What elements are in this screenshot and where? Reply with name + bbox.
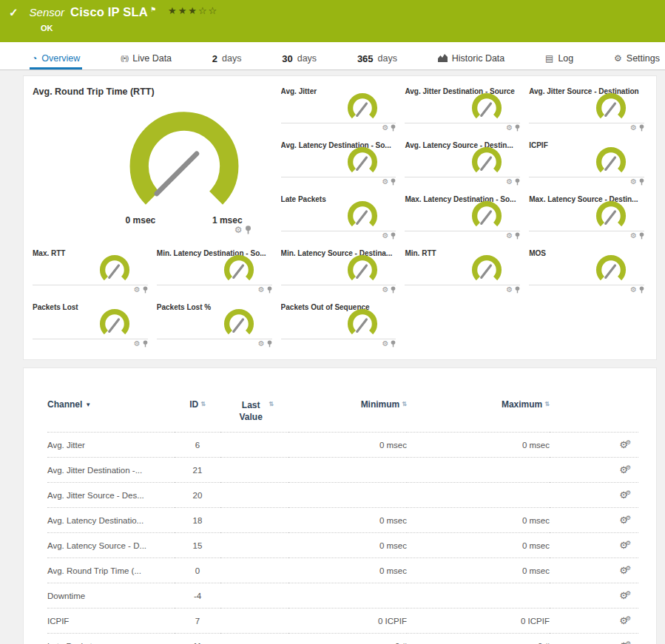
channel-name[interactable]: Avg. Round Trip Time (... xyxy=(47,558,175,583)
mini-gauge-cell[interactable]: Max. RTT ⚙ xyxy=(33,248,149,302)
gauge-pin-icon[interactable] xyxy=(639,178,644,186)
channel-name[interactable]: Late Packets xyxy=(47,634,175,644)
gauge-pin-icon[interactable] xyxy=(515,286,520,294)
mini-gauge-cell[interactable]: Min. Latency Source - Destina... ⚙ xyxy=(281,248,398,302)
mini-gauge-cell[interactable]: Packets Out of Sequence ⚙ xyxy=(281,302,398,356)
gauge-pin-icon[interactable] xyxy=(267,340,272,348)
gauge-settings-icon[interactable]: ⚙ xyxy=(630,178,637,186)
col-header-id[interactable]: ID⇅ xyxy=(175,399,220,433)
channel-settings-icon[interactable]: ⚙⚙ xyxy=(619,640,631,644)
channel-settings-icon[interactable]: ⚙⚙ xyxy=(619,439,631,450)
channel-name[interactable]: Avg. Latency Source - D... xyxy=(47,533,175,558)
col-header-channel[interactable]: Channel▼ xyxy=(47,399,175,433)
gauge-settings-icon[interactable]: ⚙ xyxy=(382,124,388,132)
mini-gauge-cell[interactable]: Avg. Jitter ⚙ xyxy=(281,87,398,140)
gauge-settings-icon[interactable]: ⚙ xyxy=(258,340,265,348)
channel-settings-icon[interactable]: ⚙⚙ xyxy=(619,565,631,576)
live-data-icon: ((•)) xyxy=(121,55,128,62)
sort-icon: ⇅ xyxy=(200,401,206,407)
gauge-pin-icon[interactable] xyxy=(267,286,272,294)
mini-gauge-cell[interactable]: Avg. Latency Source - Destin... ⚙ xyxy=(405,140,521,194)
mini-gauge-cell[interactable]: Max. Latency Destination - So... ⚙ xyxy=(405,194,521,248)
gauge-pin-icon[interactable] xyxy=(639,124,644,132)
gauge-pin-icon[interactable] xyxy=(391,286,396,294)
channel-row[interactable]: Avg. Latency Source - D... 15 0 msec 0 m… xyxy=(47,533,638,558)
gauge-settings-icon[interactable]: ⚙ xyxy=(630,286,637,294)
gauge-pin-icon[interactable] xyxy=(639,286,644,294)
channel-name[interactable]: ICPIF xyxy=(47,609,175,634)
tab-live-data[interactable]: ((•)) Live Data xyxy=(118,50,174,70)
gauge-settings-icon[interactable]: ⚙ xyxy=(134,340,141,348)
tab-historic-data[interactable]: Historic Data xyxy=(436,50,507,70)
sort-icon: ⇅ xyxy=(269,401,274,407)
mini-gauge-cell[interactable]: Min. RTT ⚙ xyxy=(405,248,521,302)
channel-row[interactable]: Avg. Jitter Destination -... 21 ⚙⚙ xyxy=(47,458,638,483)
gauge-settings-icon[interactable]: ⚙ xyxy=(506,232,513,240)
mini-gauge-cell[interactable]: Min. Latency Destination - So... ⚙ xyxy=(157,248,274,302)
mini-gauge-title: Max. Latency Destination - So... xyxy=(405,194,521,204)
channel-settings-icon[interactable]: ⚙⚙ xyxy=(619,590,631,601)
gauge-settings-icon[interactable]: ⚙ xyxy=(258,286,265,294)
gauge-settings-icon[interactable]: ⚙ xyxy=(382,232,388,240)
gauge-pin-icon[interactable] xyxy=(515,232,520,240)
gauge-pin-icon[interactable] xyxy=(515,178,520,186)
gauge-settings-icon[interactable]: ⚙ xyxy=(630,124,637,132)
channel-row[interactable]: Late Packets 11 0 # 0 # ⚙⚙ xyxy=(47,634,638,644)
gauge-avg-round-trip-time[interactable]: Avg. Round Trip Time (RTT) 0 msec 1 msec… xyxy=(33,87,274,248)
mini-gauge-cell[interactable]: Avg. Latency Destination - So... ⚙ xyxy=(281,140,398,194)
tab-365-days[interactable]: 365 days xyxy=(355,50,399,70)
tab-log[interactable]: ▤ Log xyxy=(543,50,575,70)
channel-name[interactable]: Avg. Jitter Destination -... xyxy=(47,458,175,483)
tab-30-days[interactable]: 30 days xyxy=(280,50,319,70)
channel-row[interactable]: Downtime -4 ⚙⚙ xyxy=(47,583,638,609)
tab-settings[interactable]: ⚙ Settings xyxy=(612,50,662,70)
channel-name[interactable]: Downtime xyxy=(47,583,175,609)
col-header-last-value[interactable]: Last Value⇅ xyxy=(220,399,288,433)
mini-gauge-cell[interactable]: Avg. Jitter Source - Destination ⚙ xyxy=(529,87,646,140)
channel-settings-icon[interactable]: ⚙⚙ xyxy=(619,540,631,551)
tab-2-days[interactable]: 2 days xyxy=(210,50,244,70)
gauge-pin-icon[interactable] xyxy=(391,340,396,348)
gauge-settings-icon[interactable]: ⚙ xyxy=(382,178,388,186)
channel-settings-icon[interactable]: ⚙⚙ xyxy=(619,615,631,626)
channel-row[interactable]: Avg. Jitter Source - Des... 20 ⚙⚙ xyxy=(47,483,638,508)
gauge-settings-icon[interactable]: ⚙ xyxy=(134,286,141,294)
channel-row[interactable]: Avg. Latency Destinatio... 18 0 msec 0 m… xyxy=(47,508,638,533)
mini-gauge-cell[interactable]: Avg. Jitter Destination - Source ⚙ xyxy=(405,87,521,140)
mini-gauge-cell[interactable]: Packets Lost % ⚙ xyxy=(157,302,274,356)
mini-gauge-cell[interactable]: Max. Latency Source - Destin... ⚙ xyxy=(529,194,646,248)
priority-stars[interactable]: ★★★☆☆ xyxy=(168,5,218,16)
channel-settings-icon[interactable]: ⚙⚙ xyxy=(619,515,631,526)
channel-settings-icon[interactable]: ⚙⚙ xyxy=(619,464,631,475)
gauge-settings-icon[interactable]: ⚙ xyxy=(382,340,388,348)
gauge-pin-icon[interactable] xyxy=(245,226,252,234)
gauge-settings-icon[interactable]: ⚙ xyxy=(382,286,388,294)
gauge-settings-icon[interactable]: ⚙ xyxy=(630,232,637,240)
channel-name[interactable]: Avg. Jitter Source - Des... xyxy=(47,483,175,508)
channel-row[interactable]: Avg. Round Trip Time (... 0 0 msec 0 mse… xyxy=(47,558,638,583)
channel-settings-icon[interactable]: ⚙⚙ xyxy=(619,489,631,501)
mini-gauge-cell[interactable]: MOS ⚙ xyxy=(529,248,646,302)
channel-name[interactable]: Avg. Latency Destinatio... xyxy=(47,508,175,533)
gauge-settings-icon[interactable]: ⚙ xyxy=(234,226,243,234)
gauge-pin-icon[interactable] xyxy=(515,124,520,132)
col-header-maximum[interactable]: Maximum⇅ xyxy=(407,399,550,433)
channel-name[interactable]: Avg. Jitter xyxy=(47,433,175,458)
gauge-actions: ⚙ xyxy=(258,340,272,348)
mini-gauge-cell[interactable]: Late Packets ⚙ xyxy=(281,194,398,248)
gauge-pin-icon[interactable] xyxy=(391,232,396,240)
gauge-settings-icon[interactable]: ⚙ xyxy=(506,286,513,294)
channel-row[interactable]: ICPIF 7 0 ICPIF 0 ICPIF ⚙⚙ xyxy=(47,609,638,634)
gauge-pin-icon[interactable] xyxy=(391,178,396,186)
gauge-pin-icon[interactable] xyxy=(143,340,148,348)
gauge-pin-icon[interactable] xyxy=(143,286,148,294)
gauge-settings-icon[interactable]: ⚙ xyxy=(506,178,513,186)
gauge-pin-icon[interactable] xyxy=(391,124,396,132)
mini-gauge-cell[interactable]: ICPIF ⚙ xyxy=(529,140,646,194)
gauge-pin-icon[interactable] xyxy=(639,232,644,240)
channel-row[interactable]: Avg. Jitter 6 0 msec 0 msec ⚙⚙ xyxy=(47,433,638,458)
tab-overview[interactable]: ◔ Overview xyxy=(30,50,82,70)
mini-gauge-cell[interactable]: Packets Lost ⚙ xyxy=(33,302,149,356)
col-header-minimum[interactable]: Minimum⇅ xyxy=(288,399,407,433)
gauge-settings-icon[interactable]: ⚙ xyxy=(506,124,513,132)
